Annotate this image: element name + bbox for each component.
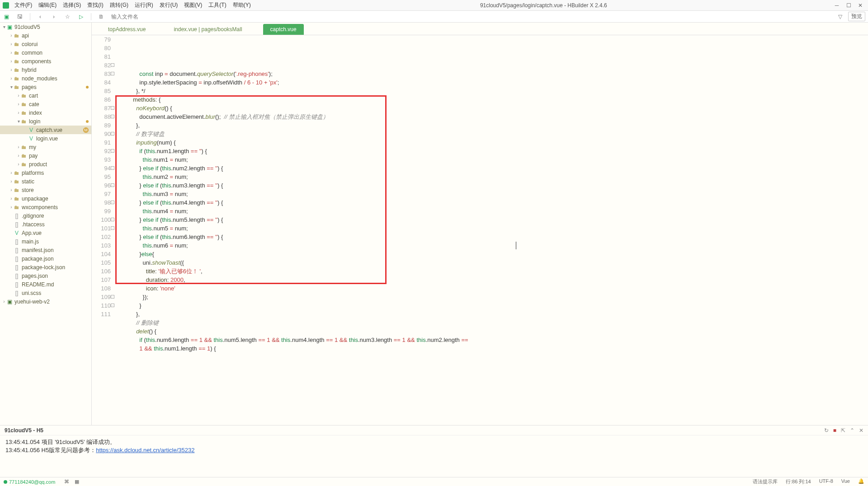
folder-icon: 🖿 bbox=[14, 170, 20, 176]
back-icon[interactable]: ‹ bbox=[37, 13, 44, 20]
code-content[interactable]: const inp = document.querySelector('.reg… bbox=[114, 35, 868, 425]
tree-folder-cate[interactable]: ›🖿cate bbox=[0, 100, 91, 108]
tree-folder-colorui[interactable]: ›🖿colorui bbox=[0, 40, 91, 48]
tree-file-gitignore[interactable]: [].gitignore bbox=[0, 211, 91, 220]
tree-folder-pages[interactable]: ▾🖿pages bbox=[0, 83, 91, 91]
file-explorer[interactable]: ▾▣91cloudV5 ›🖿api ›🖿colorui ›🖿common ›🖿c… bbox=[0, 23, 92, 425]
menu-help[interactable]: 帮助(Y) bbox=[230, 0, 254, 10]
menu-tools[interactable]: 工具(T) bbox=[206, 0, 229, 10]
tree-file-pagesjson[interactable]: []pages.json bbox=[0, 271, 91, 280]
tree-file-packagejson[interactable]: []package.json bbox=[0, 254, 91, 263]
tab-index-booksmall[interactable]: index.vue | pages/booksMall bbox=[166, 24, 249, 35]
console-title: 91cloudV5 - H5 bbox=[5, 427, 43, 434]
tree-root[interactable]: ▾▣91cloudV5 bbox=[0, 23, 91, 31]
folder-icon: 🖿 bbox=[14, 58, 20, 65]
tab-topaddress[interactable]: topAddress.vue bbox=[101, 24, 153, 35]
status-language[interactable]: Vue bbox=[841, 478, 850, 485]
tree-folder-cart[interactable]: ›🖿cart bbox=[0, 91, 91, 100]
folder-icon: 🖿 bbox=[14, 178, 20, 185]
console-close-icon[interactable]: ✕ bbox=[859, 427, 863, 434]
folder-icon: 🖿 bbox=[14, 187, 20, 193]
status-bell-icon[interactable]: 🔔 bbox=[858, 478, 864, 485]
folder-icon: 🖿 bbox=[14, 75, 20, 82]
menu-view[interactable]: 视图(V) bbox=[181, 0, 205, 10]
vue-file-icon: V bbox=[14, 230, 20, 236]
save-icon[interactable]: 🖫 bbox=[16, 13, 24, 20]
folder-icon: 🖿 bbox=[21, 93, 27, 99]
file-search-input[interactable] bbox=[111, 14, 830, 20]
tree-file-readme[interactable]: []README.md bbox=[0, 280, 91, 289]
toolbar: ▣ 🖫 ‹ › ☆ ▷ 🗎 ▽ 预览 bbox=[0, 11, 868, 23]
tree-folder-wxcomponents[interactable]: ›🖿wxcomponents bbox=[0, 203, 91, 211]
tree-folder-unpackage[interactable]: ›🖿unpackage bbox=[0, 194, 91, 203]
menu-goto[interactable]: 跳转(G) bbox=[107, 0, 131, 10]
tab-captch[interactable]: captch.vue bbox=[263, 24, 304, 35]
status-terminal-icon[interactable]: ⌘ bbox=[64, 479, 69, 485]
tree-folder-api[interactable]: ›🖿api bbox=[0, 31, 91, 40]
status-encoding[interactable]: UTF-8 bbox=[819, 478, 833, 485]
tree-file-mainjs[interactable]: []main.js bbox=[0, 237, 91, 246]
console-collapse-icon[interactable]: ⌃ bbox=[850, 427, 854, 434]
file-icon: [] bbox=[14, 213, 20, 219]
folder-icon: 🖿 bbox=[21, 101, 27, 107]
folder-icon: 🖿 bbox=[14, 33, 20, 39]
console-open-icon[interactable]: ⇱ bbox=[841, 427, 845, 434]
tree-folder-pay[interactable]: ›🖿pay bbox=[0, 151, 91, 160]
explorer-icon[interactable]: 🗎 bbox=[98, 13, 105, 20]
minimize-button[interactable]: ─ bbox=[834, 2, 840, 9]
tree-folder-store[interactable]: ›🖿store bbox=[0, 186, 91, 194]
filter-icon[interactable]: ▽ bbox=[836, 13, 844, 20]
console-stop-icon[interactable]: ■ bbox=[833, 427, 836, 434]
tree-folder-my[interactable]: ›🖿my bbox=[0, 143, 91, 151]
menu-select[interactable]: 选择(S) bbox=[60, 0, 84, 10]
menu-file[interactable]: 文件(F) bbox=[12, 0, 35, 10]
console-output[interactable]: 13:45:41.054 项目 '91cloudV5' 编译成功。 13:45:… bbox=[0, 435, 868, 457]
modified-dot-icon bbox=[86, 86, 89, 89]
tree-folder-index[interactable]: ›🖿index bbox=[0, 108, 91, 117]
vue-file-icon: V bbox=[28, 127, 34, 133]
tree-folder-node-modules[interactable]: ›🖿node_modules bbox=[0, 74, 91, 83]
status-user[interactable]: 771184240@qq.com bbox=[9, 479, 55, 485]
status-syntax[interactable]: 语法提示库 bbox=[753, 478, 778, 485]
console-panel: 91cloudV5 - H5 ↻ ■ ⇱ ⌃ ✕ 13:45:41.054 项目… bbox=[0, 425, 868, 477]
forward-icon[interactable]: › bbox=[50, 13, 57, 20]
preview-button[interactable]: 预览 bbox=[848, 12, 865, 21]
tree-file-appvue[interactable]: VApp.vue bbox=[0, 229, 91, 237]
tree-folder-static[interactable]: ›🖿static bbox=[0, 177, 91, 186]
run-icon[interactable]: ▷ bbox=[77, 13, 85, 20]
menu-find[interactable]: 查找(I) bbox=[85, 0, 106, 10]
close-button[interactable]: ✕ bbox=[857, 2, 863, 9]
star-icon[interactable]: ☆ bbox=[64, 13, 71, 20]
tree-folder-hybrid[interactable]: ›🖿hybrid bbox=[0, 65, 91, 74]
window-title: 91cloudV5/pages/login/captch.vue - HBuil… bbox=[254, 2, 834, 9]
status-position[interactable]: 行:86 列:14 bbox=[786, 478, 811, 485]
file-icon: [] bbox=[14, 281, 20, 288]
tree-folder-product[interactable]: ›🖿product bbox=[0, 160, 91, 168]
console-restart-icon[interactable]: ↻ bbox=[824, 427, 829, 434]
console-link[interactable]: https://ask.dcloud.net.cn/article/35232 bbox=[96, 447, 194, 453]
new-project-icon[interactable]: ▣ bbox=[3, 13, 10, 20]
file-icon: [] bbox=[14, 256, 20, 262]
menu-publish[interactable]: 发行(U) bbox=[157, 0, 181, 10]
status-grid-icon[interactable]: ▦ bbox=[75, 479, 79, 485]
tree-file-packagelock[interactable]: []package-lock.json bbox=[0, 263, 91, 271]
tree-file-manifest[interactable]: []manifest.json bbox=[0, 246, 91, 254]
tree-file-uniscss[interactable]: []uni.scss bbox=[0, 289, 91, 297]
tree-folder-common[interactable]: ›🖿common bbox=[0, 48, 91, 57]
modified-badge-icon: M bbox=[83, 127, 89, 133]
tree-file-login[interactable]: Vlogin.vue bbox=[0, 134, 91, 143]
tree-file-captch[interactable]: Vcaptch.vueM bbox=[0, 126, 91, 134]
menu-edit[interactable]: 编辑(E) bbox=[36, 0, 59, 10]
tree-file-htaccess[interactable]: [].htaccess bbox=[0, 220, 91, 229]
status-online-icon bbox=[4, 480, 7, 484]
tree-project-yuehui[interactable]: ›▣yuehui-web-v2 bbox=[0, 297, 91, 306]
text-cursor bbox=[516, 242, 516, 249]
menu-run[interactable]: 运行(R) bbox=[132, 0, 156, 10]
tree-folder-login[interactable]: ▾🖿login bbox=[0, 117, 91, 126]
maximize-button[interactable]: ☐ bbox=[845, 2, 852, 9]
folder-icon: 🖿 bbox=[21, 118, 27, 125]
tree-folder-platforms[interactable]: ›🖿platforms bbox=[0, 168, 91, 177]
code-editor[interactable]: 79808182-83-84858687-88-8990-9192-9394-9… bbox=[92, 35, 868, 425]
tree-folder-components[interactable]: ›🖿components bbox=[0, 57, 91, 65]
folder-icon: 🖿 bbox=[14, 196, 20, 202]
